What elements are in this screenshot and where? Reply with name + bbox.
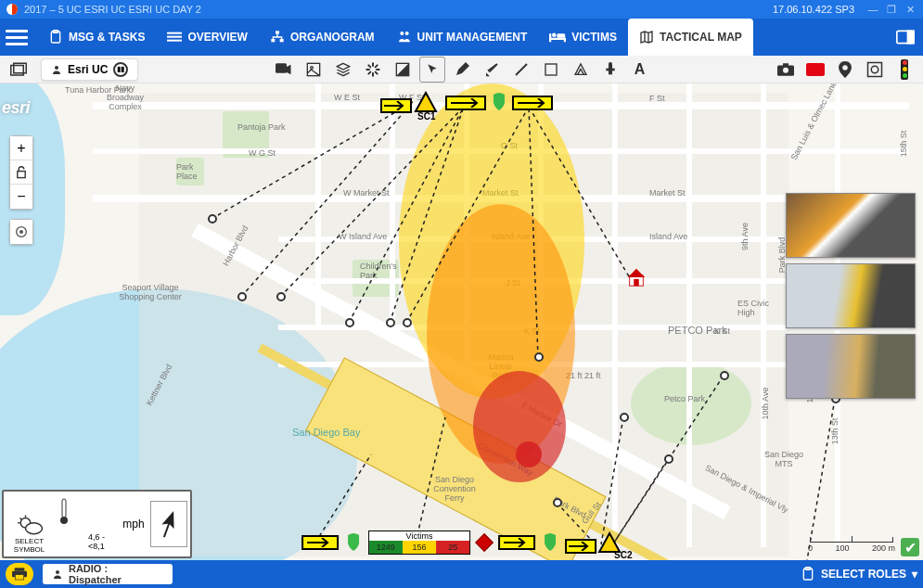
user-tab[interactable]: Esri UC ▮▮ [41,58,138,81]
sc1-marker-group[interactable] [380,91,438,113]
pause-icon[interactable]: ▮▮ [113,62,128,77]
weather-icon [16,513,44,537]
tab-unit-management[interactable]: UNIT MANAGEMENT [386,19,539,56]
polygon-tool-icon[interactable] [568,57,594,83]
victims-title: Victims [369,531,470,541]
map-node[interactable] [553,498,562,507]
map-node[interactable] [664,454,673,464]
photo-thumb-1[interactable] [786,193,916,258]
svg-rect-4 [167,36,182,38]
svg-rect-15 [558,33,566,38]
footer-bar: RADIO : Dispatcher SELECT ROLES ▾ [0,560,923,588]
select-roles-button[interactable]: SELECT ROLES ▾ [801,567,917,582]
camera-icon[interactable] [773,57,799,83]
shield-icon[interactable] [346,533,361,552]
user-label: Esri UC [68,63,108,76]
user-icon [51,64,62,75]
fire-station-icon[interactable] [626,267,647,291]
photo-thumb-2[interactable] [786,263,916,328]
map-canvas[interactable]: Tuna Harbor Park Navy Broadway Complex P… [0,83,923,560]
victims-count-box[interactable]: Victims 1249 156 25 [368,530,471,555]
panel-toggle-icon[interactable] [893,25,917,49]
confirm-check-button[interactable]: ✔ [901,538,919,556]
app-logo-icon [6,3,19,16]
text-tool-icon[interactable]: A [627,57,653,83]
pin-icon[interactable] [832,57,858,83]
map-node[interactable] [403,318,412,327]
svg-point-32 [842,65,848,70]
map-node[interactable] [237,292,247,301]
hydrant-tool-icon[interactable] [597,57,623,83]
clipboard-icon [801,567,815,582]
map-node[interactable] [386,318,395,327]
marker-tool-icon[interactable] [479,57,505,83]
svg-rect-31 [783,63,788,66]
warning-triangle-icon [414,91,438,113]
close-button[interactable]: ✕ [903,2,917,17]
map-toolbar: Esri UC ▮▮ A [0,56,923,83]
photo-thumb-3[interactable] [786,334,916,399]
radio-label: RADIO : Dispatcher [69,563,163,585]
layers-panel-icon[interactable] [6,57,32,83]
people-icon [397,30,412,45]
maximize-button[interactable]: ❐ [884,2,899,17]
chevron-down-icon: ▾ [912,568,917,581]
menu-hamburger-icon[interactable] [6,26,28,48]
pen-tool-icon[interactable] [449,57,475,83]
flag-marker[interactable] [301,535,339,550]
contrast-tool-icon[interactable] [390,57,416,83]
tab-overview[interactable]: OVERVIEW [156,19,258,56]
tab-organogram[interactable]: ORGANOGRAM [259,19,386,56]
svg-rect-17 [908,31,915,43]
title-bar: 2017 – 5 UC ESRI UC ESRI UC DAY 2 17.06.… [0,0,923,19]
traffic-light-icon[interactable] [891,57,917,83]
svg-point-14 [552,33,557,38]
flag-marker[interactable] [565,539,596,554]
svg-point-34 [871,66,878,73]
sc2-label: SC2 [614,550,632,560]
victims-green: 1249 [369,541,403,554]
shield-icon[interactable] [543,533,558,552]
print-button[interactable] [6,563,33,585]
flag-marker[interactable] [380,98,412,113]
map-node[interactable] [720,371,729,380]
svg-rect-49 [62,499,66,518]
svg-rect-8 [280,39,284,42]
svg-rect-33 [868,62,882,76]
flag-marker[interactable] [445,96,486,110]
select-tool-icon[interactable] [419,57,445,83]
map-node[interactable] [276,292,286,301]
svg-rect-51 [15,568,25,570]
tab-victims[interactable]: VICTIMS [538,19,628,56]
line-tool-icon[interactable] [508,57,534,83]
select-roles-label: SELECT ROLES [821,568,906,581]
map-node[interactable] [208,214,217,224]
rect-tool-icon[interactable] [538,57,564,83]
map-node[interactable] [620,413,629,422]
shield-icon[interactable] [492,93,506,111]
pan-tool-icon[interactable] [360,57,386,83]
grid-icon[interactable] [862,57,888,83]
victims-yellow: 156 [403,541,436,554]
flag-marker[interactable] [498,535,535,550]
version-label: 17.06.10.422 SP3 [773,4,854,15]
printer-icon [12,568,27,581]
diamond-marker[interactable] [476,533,494,552]
svg-rect-53 [15,575,23,580]
image-tool-icon[interactable] [301,57,327,83]
user-icon [52,569,63,580]
map-node[interactable] [534,352,544,362]
svg-rect-11 [549,38,566,40]
tab-msg-tasks[interactable]: MSG & TASKS [37,19,156,56]
tab-tactical-map[interactable]: TACTICAL MAP [628,19,753,56]
layers-tool-icon[interactable] [330,57,356,83]
radio-selector[interactable]: RADIO : Dispatcher [43,564,173,584]
map-node[interactable] [345,318,354,327]
minimize-button[interactable]: — [865,2,880,17]
svg-point-28 [609,62,612,66]
scale-bar: 0 100 200 m [808,537,895,553]
flag-marker[interactable] [512,96,553,110]
alert-badge[interactable] [802,57,828,83]
tab-label: OVERVIEW [187,31,247,44]
camera-tool-icon[interactable] [271,57,297,83]
